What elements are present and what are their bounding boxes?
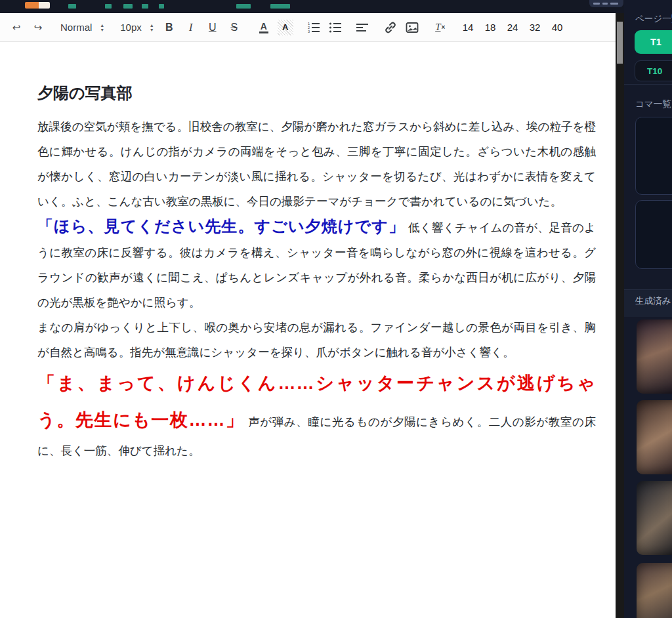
generated-thumbnail[interactable] [637,319,672,394]
undo-button[interactable]: ↩ [8,18,25,37]
editor-scrollbar-thumb[interactable] [617,22,623,64]
header-badge [589,0,623,7]
page-tab-t1[interactable]: T1 [635,30,672,54]
koma-card[interactable] [635,200,672,269]
paragraph-style-value: Normal [60,22,92,33]
sidebar-divider [624,84,672,85]
header-text-fragment [142,4,148,9]
generated-thumbnail[interactable] [637,400,672,474]
redo-button[interactable]: ↪ [30,18,47,37]
koma-card[interactable] [635,117,672,195]
paragraph[interactable]: まなの肩がゆっくりと上下し、喉の奥から安堵の息が漏れる。ファインダー越しの景色が… [37,315,596,365]
strikethrough-button[interactable]: S [226,18,243,37]
header-text-fragment [159,4,164,9]
size-preset-18[interactable]: 18 [485,22,499,33]
styled-quote-blue[interactable]: 「ほら、見てください先生。すごい夕焼けです」 [37,217,405,235]
generated-section-label: 生成済み [635,295,671,307]
page-tab-t10[interactable]: T10 [635,60,672,81]
app-window: ↩ ↪ Normal ▲▼ 10px ▲▼ B I U S A A 123 [0,0,672,618]
pages-section-label: ページ一覧 [635,13,672,25]
header-text-fragment [105,4,112,9]
bold-button[interactable]: B [161,18,178,37]
size-preset-14[interactable]: 14 [463,22,477,33]
clear-formatting-button[interactable]: T× [432,18,449,37]
sidebar-divider [624,289,672,290]
link-icon [384,21,397,34]
ordered-list-icon: 123 [307,21,320,34]
generated-thumbnail[interactable] [637,481,672,555]
size-preset-24[interactable]: 24 [507,22,522,33]
paragraph[interactable]: 放課後の空気が頬を撫でる。旧校舎の教室に、夕陽が磨かれた窓ガラスから斜めに差し込… [37,114,596,214]
header-text-fragment [123,4,133,9]
clear-format-t: T [435,22,440,33]
top-header [0,0,625,13]
right-sidebar: ページ一覧 T1 T10 コマ一覧 生成済み [624,0,672,618]
underline-button[interactable]: U [204,18,221,37]
image-icon [406,21,419,34]
koma-section-label: コマ一覧 [635,98,671,110]
clear-format-x: × [442,24,446,31]
paragraph-style-select[interactable]: Normal ▲▼ [60,18,104,37]
document-title[interactable]: 夕陽の写真部 [37,83,596,104]
font-size-value: 10px [120,22,142,33]
header-text-fragment [236,4,251,9]
chevron-up-down-icon: ▲▼ [100,23,104,32]
bullet-list-button[interactable] [327,18,344,37]
svg-text:3: 3 [308,30,310,33]
align-left-icon [356,21,369,34]
insert-image-button[interactable] [404,18,421,37]
italic-button[interactable]: I [182,18,200,37]
size-preset-32[interactable]: 32 [530,22,544,33]
chevron-up-down-icon: ▲▼ [150,23,154,32]
editor-toolbar: ↩ ↪ Normal ▲▼ 10px ▲▼ B I U S A A 123 [0,13,616,42]
paragraph[interactable]: 「ほら、見てください先生。すごい夕焼けです」 低く響くチャイムの音が、足音のよう… [37,214,596,315]
align-button[interactable] [354,18,371,37]
ordered-list-button[interactable]: 123 [305,18,322,37]
highlight-icon: A [278,20,293,35]
paragraph[interactable]: 「ま、まって、けんじくん……シャッターチャンスが逃げちゃう。先生にも一枚……」 … [37,365,596,463]
text-color-button[interactable]: A [255,18,272,37]
highlight-color-button[interactable]: A [277,18,294,37]
size-preset-40[interactable]: 40 [552,22,566,33]
header-text-fragment [68,4,76,9]
header-text-fragment [270,4,290,9]
insert-link-button[interactable] [382,18,399,37]
text-color-letter: A [261,22,267,31]
font-size-select[interactable]: 10px ▲▼ [120,18,154,37]
editor-scrollbar-track[interactable] [616,13,624,618]
document-editor[interactable]: 夕陽の写真部 放課後の空気が頬を撫でる。旧校舎の教室に、夕陽が磨かれた窓ガラスか… [0,42,616,618]
generated-thumbnail[interactable] [637,563,672,618]
bullet-list-icon [329,21,342,34]
color-bar-icon [259,31,268,33]
app-logo-icon [25,2,50,9]
